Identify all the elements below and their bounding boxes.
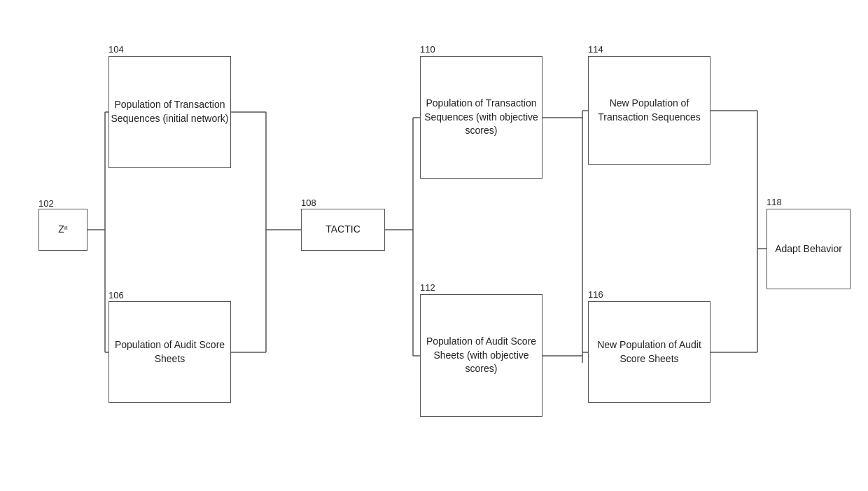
- node-110-label: Population of Transaction Sequences (wit…: [421, 97, 542, 138]
- label-116: 116: [588, 289, 603, 300]
- label-zn: 102: [38, 198, 54, 209]
- node-114: New Population of Transaction Sequences: [588, 56, 710, 165]
- node-114-label: New Population of Transaction Sequences: [589, 97, 710, 124]
- node-118: Adapt Behavior: [766, 209, 850, 289]
- label-110: 110: [420, 44, 435, 55]
- node-104-label: Population of Transaction Sequences (ini…: [109, 98, 230, 125]
- node-106-label: Population of Audit Score Sheets: [109, 338, 230, 366]
- node-116-label: New Population of Audit Score Sheets: [589, 338, 710, 366]
- label-108: 108: [301, 198, 316, 208]
- label-106: 106: [108, 290, 124, 300]
- node-zn-label: Zⁿ: [58, 223, 68, 237]
- label-118: 118: [766, 197, 782, 207]
- node-106: Population of Audit Score Sheets: [108, 301, 231, 403]
- node-108-label: TACTIC: [326, 223, 360, 237]
- node-112-label: Population of Audit Score Sheets (with o…: [421, 335, 542, 376]
- label-114: 114: [588, 44, 603, 55]
- node-104: Population of Transaction Sequences (ini…: [108, 56, 231, 168]
- diagram: Zⁿ 102 Population of Transaction Sequenc…: [0, 0, 868, 491]
- label-112: 112: [420, 282, 435, 293]
- node-110: Population of Transaction Sequences (wit…: [420, 56, 542, 179]
- node-116: New Population of Audit Score Sheets: [588, 301, 710, 403]
- node-112: Population of Audit Score Sheets (with o…: [420, 294, 542, 417]
- node-zn: Zⁿ: [38, 209, 88, 251]
- node-108: TACTIC: [301, 209, 385, 251]
- label-104: 104: [108, 44, 124, 55]
- node-118-label: Adapt Behavior: [775, 242, 842, 256]
